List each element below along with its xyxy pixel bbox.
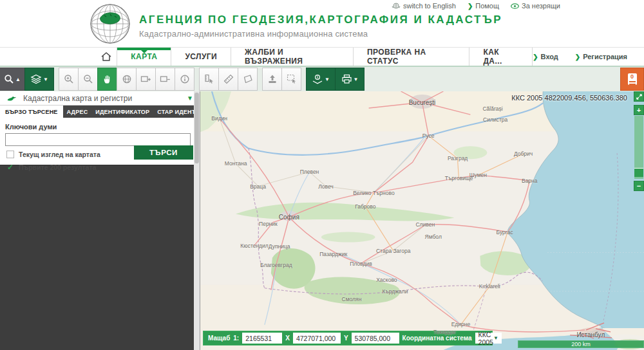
tab-label: ЖАЛБИ И ВЪЗРАЖЕНИЯ bbox=[245, 48, 339, 66]
map-zoom-out-button[interactable]: − bbox=[634, 181, 644, 191]
layer-select-dropdown[interactable]: Кадастрална карта и регистри ▼ bbox=[0, 91, 200, 106]
home-icon bbox=[100, 51, 112, 62]
y-label: Y bbox=[344, 335, 348, 342]
layer-select-value: Кадастрална карта и регистри bbox=[23, 94, 180, 103]
fullscreen-button[interactable] bbox=[634, 91, 644, 102]
agency-title: АГЕНЦИЯ ПО ГЕОДЕЗИЯ,КАРТОГРАФИЯ И КАДАСТ… bbox=[139, 14, 502, 26]
ruler-cursor-icon bbox=[204, 74, 214, 84]
crs-value: ККС 2005 bbox=[478, 331, 493, 346]
identify-layers-button[interactable]: ▼ bbox=[306, 68, 336, 91]
keywords-label: Ключови думи bbox=[5, 123, 194, 131]
globe-icon bbox=[122, 74, 132, 84]
content: Кадастрална карта и регистри ▼ БЪРЗО ТЪР… bbox=[0, 91, 644, 350]
sidebar-scrollbar-thumb[interactable] bbox=[194, 93, 199, 163]
expand-arrows-icon bbox=[636, 93, 643, 100]
zoom-slider-handle[interactable] bbox=[634, 168, 643, 177]
zoom-out-tool-button[interactable] bbox=[78, 68, 98, 91]
eye-icon bbox=[511, 3, 519, 9]
tab-kak-da[interactable]: КАК ДА... bbox=[469, 48, 533, 66]
accessibility-link[interactable]: За незрящи bbox=[511, 2, 560, 10]
check-icon[interactable]: ✓ bbox=[6, 163, 14, 172]
tab-karta[interactable]: КАРТА bbox=[117, 48, 171, 66]
pan-tool-button[interactable] bbox=[97, 68, 117, 91]
info-icon bbox=[180, 74, 190, 84]
crs-label: Координатна система bbox=[402, 335, 472, 342]
x-coordinate-input[interactable] bbox=[293, 333, 341, 344]
sidebar-scrollbar[interactable] bbox=[194, 91, 200, 350]
chevron-down-icon: ▼ bbox=[43, 77, 48, 82]
zoom-in-tool-button[interactable] bbox=[59, 68, 79, 91]
measure-distance-tool-button[interactable] bbox=[218, 68, 238, 91]
plus-icon: + bbox=[637, 106, 641, 114]
quick-search-panel: Ключови думи Текущ изглед на картата ✓ П… bbox=[0, 118, 200, 165]
login-link[interactable]: ❯Вход bbox=[533, 48, 558, 66]
zoom-slider-track[interactable] bbox=[634, 116, 643, 179]
tab-uslugi[interactable]: УСЛУГИ bbox=[171, 48, 231, 66]
chevron-down-icon: ▼ bbox=[325, 77, 330, 82]
polygon-icon bbox=[243, 74, 253, 84]
sidebar-empty-area bbox=[0, 165, 200, 350]
zoom-box-in-tool-button[interactable] bbox=[136, 68, 156, 91]
tab-proverka-status[interactable]: ПРОВЕРКА НА СТАТУС bbox=[354, 48, 469, 66]
rectangle-minus-icon bbox=[160, 74, 171, 84]
brand: АГЕНЦИЯ ПО ГЕОДЕЗИЯ,КАРТОГРАФИЯ И КАДАСТ… bbox=[89, 3, 502, 45]
map-base-svg bbox=[200, 91, 644, 350]
main-nav: КАРТА УСЛУГИ ЖАЛБИ И ВЪЗРАЖЕНИЯ ПРОВЕРКА… bbox=[0, 48, 644, 67]
search-tool-button[interactable]: ▲ bbox=[0, 68, 25, 91]
measure-position-tool-button[interactable] bbox=[199, 68, 219, 91]
tab-address[interactable]: АДРЕС bbox=[63, 106, 92, 118]
map-toolbar: ▲ ▼ bbox=[0, 67, 644, 91]
accessibility-label: За незрящи bbox=[522, 2, 560, 10]
scale-input[interactable] bbox=[242, 333, 282, 344]
tab-label: УСЛУГИ bbox=[185, 52, 217, 61]
chevron-up-icon: ▲ bbox=[15, 77, 21, 82]
x-label: X bbox=[285, 335, 290, 342]
measure-area-tool-button[interactable] bbox=[238, 68, 258, 91]
tab-label: КАРТА bbox=[131, 52, 157, 61]
scale-label: Мащаб bbox=[208, 335, 230, 342]
upload-tool-button[interactable] bbox=[262, 68, 282, 91]
print-button[interactable]: ▼ bbox=[335, 68, 365, 91]
rectangle-plus-icon bbox=[140, 74, 151, 84]
tab-identifier[interactable]: ИДЕНТИФИКАТОР bbox=[91, 106, 153, 118]
register-link[interactable]: ❯Регистрация bbox=[575, 48, 627, 66]
upload-icon bbox=[267, 74, 278, 84]
chevron-right-icon: ❯ bbox=[533, 53, 538, 60]
first-200-row: ✓ Първите 200 резултата bbox=[6, 163, 194, 172]
layers-tool-button[interactable]: ▼ bbox=[24, 68, 54, 91]
map-statusbar: Мащаб 1: X Y Координатна система ККС 200… bbox=[203, 331, 493, 345]
map-canvas[interactable]: ККС 2005 4822009.456, 550636.380 + − Мащ… bbox=[200, 91, 644, 350]
layer-info-icon bbox=[312, 74, 323, 85]
search-icon bbox=[4, 74, 14, 84]
zoom-in-icon bbox=[64, 74, 74, 84]
first-200-label: Първите 200 резултата bbox=[19, 163, 96, 171]
search-button[interactable]: ТЪРСИ bbox=[134, 145, 193, 160]
search-sidebar: Кадастрална карта и регистри ▼ БЪРЗО ТЪР… bbox=[0, 91, 200, 350]
printer-icon bbox=[341, 74, 352, 84]
documents-badge: 0 bbox=[630, 74, 634, 80]
tab-zhalbi[interactable]: ЖАЛБИ И ВЪЗРАЖЕНИЯ bbox=[231, 48, 354, 66]
documents-icon: 0 bbox=[628, 73, 637, 85]
overview-tool-button[interactable] bbox=[117, 68, 137, 91]
brand-titles: АГЕНЦИЯ ПО ГЕОДЕЗИЯ,КАРТОГРАФИЯ И КАДАСТ… bbox=[139, 10, 502, 39]
page: switch to English ❯ Помощ За незрящи bbox=[0, 0, 644, 350]
scale-bar: 200 km bbox=[518, 340, 644, 348]
keywords-input[interactable] bbox=[5, 133, 191, 146]
documents-button[interactable]: 0 bbox=[620, 68, 644, 91]
select-region-tool-button[interactable] bbox=[281, 68, 301, 91]
chevron-down-icon: ▼ bbox=[187, 95, 193, 102]
y-coordinate-input[interactable] bbox=[352, 333, 399, 344]
system-subtitle: Кадастрално-административна информационн… bbox=[139, 29, 502, 39]
crs-select[interactable]: ККС 2005 ▼ bbox=[475, 333, 502, 344]
bird-swoosh-icon bbox=[6, 95, 17, 102]
info-tool-button[interactable] bbox=[175, 68, 194, 91]
zoom-box-out-tool-button[interactable] bbox=[155, 68, 175, 91]
home-button[interactable] bbox=[95, 48, 117, 66]
current-view-label: Текущ изглед на картата bbox=[19, 151, 100, 158]
tab-quick-search[interactable]: БЪРЗО ТЪРСЕНЕ bbox=[0, 106, 63, 118]
current-view-checkbox[interactable] bbox=[6, 151, 14, 158]
chevron-down-icon: ▼ bbox=[493, 335, 498, 341]
search-tabs: БЪРЗО ТЪРСЕНЕ АДРЕС ИДЕНТИФИКАТОР СТАР И… bbox=[0, 106, 200, 118]
selection-box-icon bbox=[287, 74, 297, 84]
map-zoom-in-button[interactable]: + bbox=[634, 105, 644, 115]
